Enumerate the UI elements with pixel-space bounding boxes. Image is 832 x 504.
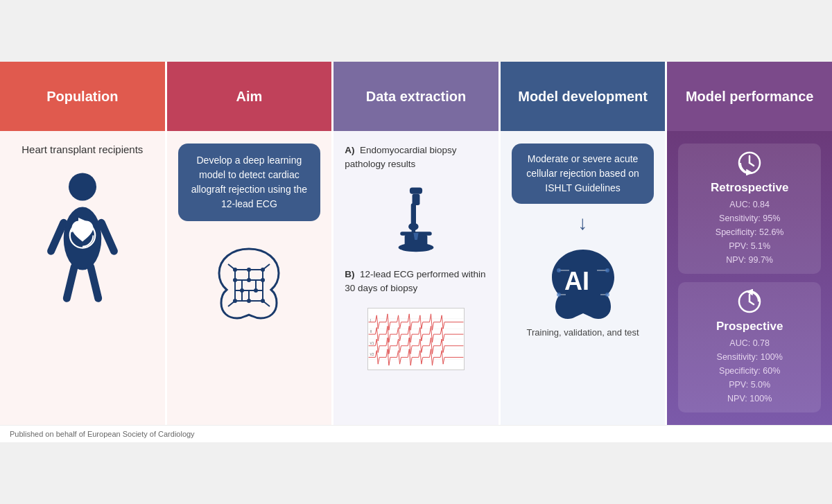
ai-brain-icon: AI — [545, 243, 621, 319]
aim-header: Aim — [167, 62, 332, 131]
retrospective-sensitivity: Sensitivity: 95% — [686, 211, 813, 225]
ecg-chart: I II V1 V2 — [367, 308, 465, 370]
aim-box: Develop a deep learning model to detect … — [178, 144, 321, 221]
arrow-down-icon: ↓ — [578, 212, 588, 234]
footer: Published on behalf of European Society … — [0, 425, 832, 442]
training-text: Training, validation, and test — [527, 327, 639, 338]
extraction-header: Data extraction — [333, 62, 499, 131]
retrospective-auc: AUC: 0.84 — [686, 198, 813, 211]
retrospective-title: Retrospective — [686, 181, 813, 195]
svg-line-72 — [749, 302, 754, 304]
clock-prospective-icon — [737, 289, 762, 314]
svg-line-5 — [91, 267, 98, 298]
svg-text:II: II — [370, 330, 372, 333]
prospective-specificity: Specificity: 60% — [686, 364, 813, 378]
svg-line-69 — [749, 163, 754, 166]
retrospective-npv: NPV: 99.7% — [686, 253, 813, 267]
column-aim: Aim Develop a deep learning model to det… — [167, 62, 334, 425]
infographic: Population Heart transplant recipients — [0, 62, 832, 442]
column-model-dev: Model development Moderate or severe acu… — [501, 62, 668, 425]
svg-point-25 — [247, 268, 251, 272]
prospective-npv: NPV: 100% — [686, 392, 813, 406]
model-perf-body: Retrospective AUC: 0.84 Sensitivity: 95%… — [667, 131, 832, 425]
clock-retrospective-icon — [737, 150, 762, 175]
svg-point-28 — [247, 278, 251, 282]
model-perf-header: Model performance — [667, 62, 832, 131]
svg-line-37 — [228, 301, 235, 306]
column-population: Population Heart transplant recipients — [0, 62, 167, 425]
person-icon — [44, 169, 121, 308]
prospective-sensitivity: Sensitivity: 100% — [686, 350, 813, 364]
model-dev-header: Model development — [501, 62, 666, 131]
svg-point-64 — [605, 268, 609, 272]
svg-rect-41 — [411, 203, 416, 225]
svg-point-66 — [605, 293, 609, 297]
svg-rect-39 — [410, 187, 422, 193]
retrospective-specificity: Specificity: 52.6% — [686, 225, 813, 239]
extraction-body: A) Endomyocardial biopsy pathology resul… — [333, 131, 499, 425]
retrospective-ppv: PPV: 5.1% — [686, 239, 813, 253]
svg-line-36 — [263, 264, 270, 270]
model-dev-body: Moderate or severe acute cellular reject… — [501, 131, 666, 425]
extraction-label-b: B) — [345, 269, 354, 279]
population-header: Population — [0, 62, 165, 131]
svg-text:AI: AI — [564, 267, 589, 295]
extraction-item-b: B) 12-lead ECG performed within 30 days … — [345, 268, 487, 296]
svg-line-38 — [263, 301, 270, 306]
prospective-ppv: PPV: 5.0% — [686, 378, 813, 392]
svg-text:I: I — [370, 319, 370, 322]
svg-line-2 — [51, 223, 63, 251]
prospective-title: Prospective — [686, 320, 813, 333]
extraction-text-a: Endomyocardial biopsy pathology results — [345, 145, 456, 169]
population-body: Heart transplant recipients — [0, 131, 165, 425]
extraction-label-a: A) — [345, 145, 354, 155]
aim-body: Develop a deep learning model to detect … — [167, 131, 332, 425]
svg-line-35 — [228, 264, 235, 270]
columns-container: Population Heart transplant recipients — [0, 62, 832, 425]
svg-point-65 — [557, 293, 561, 297]
svg-text:V1: V1 — [370, 342, 374, 345]
svg-line-3 — [101, 223, 114, 251]
model-dev-box: Moderate or severe acute cellular reject… — [512, 144, 655, 204]
svg-point-0 — [69, 173, 96, 200]
svg-point-30 — [240, 288, 244, 293]
svg-point-27 — [233, 278, 237, 282]
prospective-auc: AUC: 0.78 — [686, 336, 813, 350]
svg-point-34 — [247, 299, 251, 303]
microscope-icon — [388, 184, 444, 254]
prospective-box: Prospective AUC: 0.78 Sensitivity: 100% … — [678, 282, 821, 412]
column-extraction: Data extraction A) Endomyocardial biopsy… — [333, 62, 501, 425]
extraction-item-a: A) Endomyocardial biopsy pathology resul… — [345, 144, 487, 172]
population-text: Heart transplant recipients — [21, 144, 143, 155]
column-model-perf: Model performance — [667, 62, 832, 425]
svg-point-29 — [261, 278, 265, 282]
svg-point-63 — [557, 268, 561, 272]
extraction-text-b: 12-lead ECG performed within 30 days of … — [345, 269, 485, 293]
svg-text:V2: V2 — [370, 353, 374, 356]
brain-circuit-icon — [204, 235, 294, 325]
svg-line-4 — [67, 267, 74, 298]
retrospective-box: Retrospective AUC: 0.84 Sensitivity: 95%… — [678, 144, 821, 274]
svg-point-31 — [254, 288, 258, 293]
